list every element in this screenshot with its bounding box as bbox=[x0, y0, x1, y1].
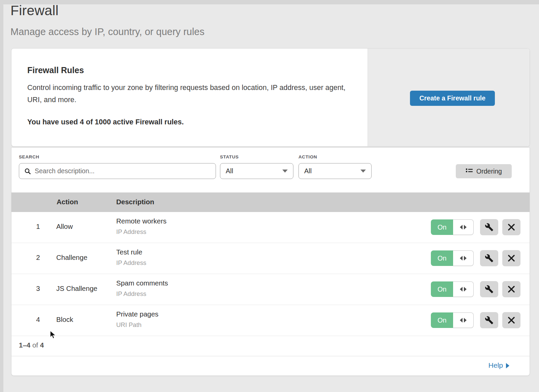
status-select[interactable]: All bbox=[220, 163, 293, 179]
left-arrow-icon bbox=[460, 256, 463, 261]
action-label: ACTION bbox=[298, 154, 317, 159]
right-arrow-icon bbox=[464, 287, 467, 292]
ordering-button[interactable]: Ordering bbox=[456, 164, 512, 178]
ordering-button-label: Ordering bbox=[476, 168, 502, 175]
rule-enabled-toggle[interactable]: On bbox=[431, 250, 474, 266]
right-arrow-icon bbox=[464, 256, 467, 261]
footer-divider bbox=[11, 356, 530, 356]
wrench-icon bbox=[485, 223, 494, 232]
pagination-of: of bbox=[32, 341, 38, 349]
left-arrow-icon bbox=[460, 225, 463, 230]
edit-rule-button[interactable] bbox=[480, 219, 498, 235]
rule-enabled-toggle[interactable]: On bbox=[431, 281, 474, 297]
rule-description: Spam comments bbox=[116, 279, 168, 287]
delete-rule-button[interactable] bbox=[502, 219, 520, 235]
left-arrow-icon bbox=[460, 318, 463, 323]
delete-rule-button[interactable] bbox=[502, 281, 520, 297]
rule-priority: 1 bbox=[34, 222, 42, 231]
rules-list-card: SEARCH STATUS ACTION All All Ordering Ac… bbox=[11, 147, 530, 376]
toggle-handle[interactable] bbox=[453, 281, 474, 297]
toggle-handle[interactable] bbox=[453, 312, 474, 328]
rule-action: Block bbox=[56, 315, 73, 324]
ordered-list-icon bbox=[466, 168, 473, 175]
rule-match-type: IP Address bbox=[116, 259, 146, 267]
table-row: 1 Allow Remote workers IP Address On bbox=[11, 212, 530, 243]
rules-card-title: Firewall Rules bbox=[27, 65, 84, 75]
search-input[interactable] bbox=[34, 167, 216, 175]
close-icon bbox=[507, 223, 515, 231]
left-arrow-icon bbox=[460, 287, 463, 292]
rule-priority: 2 bbox=[34, 253, 42, 262]
chevron-down-icon bbox=[282, 170, 288, 173]
wrench-icon bbox=[485, 254, 494, 263]
firewall-rules-card: Firewall Rules Control incoming traffic … bbox=[11, 48, 530, 147]
help-link[interactable]: Help bbox=[488, 361, 509, 369]
page-subtitle: Manage access by IP, country, or query r… bbox=[10, 26, 204, 37]
right-arrow-icon bbox=[464, 318, 467, 323]
help-arrow-icon bbox=[506, 363, 509, 368]
table-row: 4 Block Private pages URI Path On bbox=[11, 305, 530, 336]
rules-usage-text: You have used 4 of 1000 active Firewall … bbox=[27, 118, 184, 126]
toggle-on-label: On bbox=[431, 312, 453, 328]
pagination-total: 4 bbox=[40, 341, 44, 349]
chevron-down-icon bbox=[360, 170, 366, 173]
edit-rule-button[interactable] bbox=[480, 312, 498, 328]
toggle-handle[interactable] bbox=[453, 219, 474, 235]
rules-table-body: 1 Allow Remote workers IP Address On 2 C… bbox=[11, 212, 530, 336]
wrench-icon bbox=[485, 285, 494, 294]
rule-enabled-toggle[interactable]: On bbox=[431, 312, 474, 328]
toggle-handle[interactable] bbox=[453, 250, 474, 266]
rule-match-type: URI Path bbox=[116, 321, 141, 329]
wrench-icon bbox=[485, 316, 494, 325]
rule-description: Test rule bbox=[116, 248, 142, 256]
search-box[interactable] bbox=[19, 163, 216, 179]
close-icon bbox=[507, 316, 515, 324]
page-title: Firewall bbox=[10, 3, 59, 19]
column-header-description: Description bbox=[116, 198, 154, 206]
action-select[interactable]: All bbox=[298, 163, 372, 179]
toggle-on-label: On bbox=[431, 281, 453, 297]
action-select-value: All bbox=[304, 167, 312, 175]
status-select-value: All bbox=[226, 167, 233, 175]
edit-rule-button[interactable] bbox=[480, 281, 498, 297]
close-icon bbox=[507, 254, 515, 262]
toggle-on-label: On bbox=[431, 219, 453, 235]
toggle-on-label: On bbox=[431, 250, 453, 266]
rule-description: Remote workers bbox=[116, 217, 166, 225]
rule-match-type: IP Address bbox=[116, 228, 146, 236]
rule-priority: 4 bbox=[34, 315, 42, 324]
right-arrow-icon bbox=[464, 225, 467, 230]
close-icon bbox=[507, 285, 515, 293]
create-firewall-rule-button[interactable]: Create a Firewall rule bbox=[410, 91, 495, 106]
edit-rule-button[interactable] bbox=[480, 250, 498, 266]
column-header-action: Action bbox=[57, 198, 78, 206]
table-row: 2 Challenge Test rule IP Address On bbox=[11, 243, 530, 274]
table-row: 3 JS Challenge Spam comments IP Address … bbox=[11, 274, 530, 305]
delete-rule-button[interactable] bbox=[502, 250, 520, 266]
delete-rule-button[interactable] bbox=[502, 312, 520, 328]
rule-enabled-toggle[interactable]: On bbox=[431, 219, 474, 235]
help-link-label: Help bbox=[488, 361, 503, 369]
pagination-summary: 1–4 of 4 bbox=[19, 341, 44, 349]
table-header: Action Description bbox=[11, 192, 530, 212]
rule-description: Private pages bbox=[116, 310, 158, 318]
rule-priority: 3 bbox=[34, 284, 42, 293]
rule-action: JS Challenge bbox=[56, 284, 97, 293]
rules-card-description: Control incoming traffic to your zone by… bbox=[27, 82, 347, 106]
status-label: STATUS bbox=[220, 154, 239, 159]
rule-action: Allow bbox=[56, 222, 73, 231]
rule-action: Challenge bbox=[56, 253, 87, 262]
pagination-range: 1–4 bbox=[19, 341, 30, 349]
search-label: SEARCH bbox=[19, 154, 39, 159]
rule-match-type: IP Address bbox=[116, 290, 146, 298]
search-icon bbox=[24, 168, 31, 175]
